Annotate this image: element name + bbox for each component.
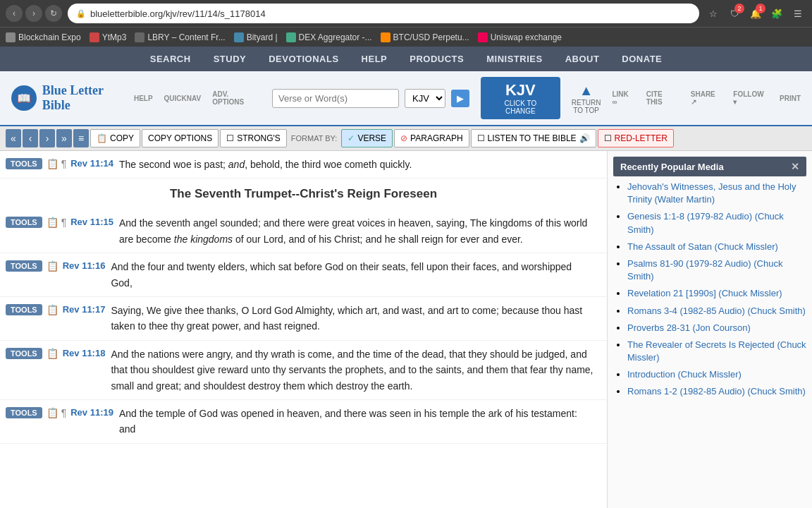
nav-about[interactable]: ABOUT <box>554 47 611 71</box>
list-item: Romans 1-2 (1982-85 Audio) (Chuck Smith) <box>627 385 806 398</box>
tools-button-1115[interactable]: TOOLS <box>6 217 42 228</box>
adv-options-tool[interactable]: ADV. OPTIONS <box>212 90 261 106</box>
tools-button-1114[interactable]: TOOLS <box>6 158 42 169</box>
bookmark-label: DEX Aggregator -... <box>299 32 372 42</box>
media-link[interactable]: Introduction (Chuck Missler) <box>627 369 742 380</box>
bookmark-lbry[interactable]: LBRY – Content Fr... <box>135 32 225 42</box>
verse-ref-1118[interactable]: Rev 11:18 <box>63 348 106 358</box>
link-label: LINK ∞ <box>612 90 634 106</box>
media-link[interactable]: Proverbs 28-31 (Jon Courson) <box>627 322 751 333</box>
kjv-badge[interactable]: KJV CLICK TO CHANGE <box>481 77 560 119</box>
media-link[interactable]: Psalms 81-90 (1979-82 Audio) (Chuck Smit… <box>627 258 782 282</box>
sidebar-close-button[interactable]: ✕ <box>791 161 799 172</box>
help-tool[interactable]: HELP <box>134 95 153 102</box>
media-link[interactable]: The Assault of Satan (Chuck Missler) <box>627 241 778 252</box>
bookmark-icon <box>286 32 296 42</box>
media-link[interactable]: Jehovah's Witnesses, Jesus and the Holy … <box>627 181 796 205</box>
media-link[interactable]: Romans 3-4 (1982-85 Audio) (Chuck Smith) <box>627 306 806 316</box>
strongs-button[interactable]: ☐ STRONG'S <box>220 129 287 147</box>
tools-button-1118[interactable]: TOOLS <box>6 348 42 359</box>
media-link[interactable]: Revelation 21 [1990s] (Chuck Missler) <box>627 288 782 298</box>
tools-button-1116[interactable]: TOOLS <box>6 260 42 272</box>
format-verse-button[interactable]: ✓ VERSE <box>341 129 393 147</box>
address-bar[interactable]: 🔒 blueletterbible.org/kjv/rev/11/14/s_11… <box>68 4 699 23</box>
search-go-button[interactable]: ▶ <box>451 90 469 107</box>
nav-devotionals[interactable]: DEVOTIONALS <box>257 47 350 71</box>
bookmark-icon <box>6 32 16 42</box>
blb-header-tools: HELP QUICKNAV ADV. OPTIONS KJV ▶ KJV CLI… <box>134 77 801 119</box>
bookmark-ytmp3[interactable]: YtMp3 <box>90 32 127 42</box>
verse-ref-1117[interactable]: Rev 11:17 <box>63 304 106 315</box>
strongs-checkbox-icon: ☐ <box>226 133 234 143</box>
back-button[interactable]: ‹ <box>6 5 23 22</box>
brave-shield-button[interactable]: 🛡 2 <box>726 5 743 22</box>
follow-tool[interactable]: FOLLOW ▾ <box>733 90 768 106</box>
link-tool[interactable]: LINK ∞ <box>612 90 634 106</box>
nav-prev-button[interactable]: ‹ <box>23 129 38 147</box>
share-tool[interactable]: SHARE ↗ <box>691 90 722 106</box>
bookmark-uniswap[interactable]: Uniswap exchange <box>478 32 562 42</box>
verse-text-1117: Saying, We give thee thanks, O Lord God … <box>111 303 596 334</box>
verse-ref-1119[interactable]: Rev 11:19 <box>70 407 113 418</box>
verse-ref-1116[interactable]: Rev 11:16 <box>63 260 106 271</box>
nav-list-button[interactable]: ≡ <box>73 129 89 147</box>
bookmark-star-button[interactable]: ☆ <box>705 5 722 22</box>
bookmark-dex[interactable]: DEX Aggregator -... <box>286 32 372 42</box>
format-paragraph-button[interactable]: ⊘ PARAGRAPH <box>394 129 469 147</box>
reload-button[interactable]: ↻ <box>45 5 62 22</box>
print-tool[interactable]: PRINT <box>780 95 801 102</box>
verse-icons-1115: 📋 ¶ <box>47 217 67 228</box>
copy-verse-icon[interactable]: 📋 <box>47 348 59 359</box>
search-input[interactable] <box>272 89 399 108</box>
verse-row: TOOLS 📋 Rev 11:18 And the nations were a… <box>0 341 607 400</box>
media-link[interactable]: Romans 1-2 (1982-85 Audio) (Chuck Smith) <box>627 386 806 397</box>
verse-icons-1116: 📋 <box>47 260 59 272</box>
speaker-icon: 🔊 <box>579 133 590 143</box>
cite-this-tool[interactable]: CITE THIS <box>646 90 679 106</box>
media-link[interactable]: Genesis 1:1-8 (1979-82 Audio) (Chuck Smi… <box>627 211 784 234</box>
copy-verse-icon[interactable]: 📋 <box>47 158 59 169</box>
copy-options-button[interactable]: COPY OPTIONS <box>142 129 219 147</box>
return-to-top-button[interactable]: ▲ RETURNTO TOP <box>572 83 601 114</box>
nav-donate[interactable]: DONATE <box>610 47 673 71</box>
nav-first-button[interactable]: « <box>6 129 21 147</box>
notifications-button[interactable]: 🔔 1 <box>747 5 764 22</box>
nav-next-button[interactable]: › <box>39 129 55 147</box>
nav-search[interactable]: SEARCH <box>139 47 202 71</box>
quicknav-tool[interactable]: QUICKNAV <box>164 95 202 102</box>
copy-verse-icon[interactable]: 📋 <box>47 260 59 272</box>
list-item: Romans 3-4 (1982-85 Audio) (Chuck Smith) <box>627 305 806 318</box>
red-letter-button[interactable]: ☐ RED-LETTER <box>598 129 674 147</box>
listen-bible-button[interactable]: ☐ LISTEN TO THE BIBLE 🔊 <box>471 129 596 147</box>
media-link[interactable]: The Revealer of Secrets Is Rejected (Chu… <box>627 339 806 363</box>
bookmark-bityard[interactable]: Bityard | <box>234 32 278 42</box>
blb-logo[interactable]: 📖 Blue Letter Bible <box>11 83 134 113</box>
copy-verse-icon[interactable]: 📋 <box>47 304 59 315</box>
menu-button[interactable]: ☰ <box>789 5 806 22</box>
return-top-label: RETURNTO TOP <box>572 99 601 114</box>
bookmark-icon <box>234 32 244 42</box>
forward-button[interactable]: › <box>25 5 42 22</box>
extensions-button[interactable]: 🧩 <box>768 5 785 22</box>
nav-products[interactable]: PRODUCTS <box>398 47 475 71</box>
version-select[interactable]: KJV <box>405 89 445 108</box>
verse-check-icon: ✓ <box>347 133 355 143</box>
copy-verse-icon[interactable]: 📋 <box>47 407 59 418</box>
paragraph-slash-icon: ⊘ <box>400 133 407 143</box>
verse-ref-1115[interactable]: Rev 11:15 <box>70 217 113 227</box>
nav-help[interactable]: HELP <box>350 47 399 71</box>
tools-button-1119[interactable]: TOOLS <box>6 407 42 418</box>
verse-row: TOOLS 📋 ¶ Rev 11:15 And the seventh ange… <box>0 210 607 253</box>
copy-button[interactable]: 📋 COPY <box>90 129 140 147</box>
bookmark-btc[interactable]: BTC/USD Perpetu... <box>381 32 469 42</box>
verse-ref-1114[interactable]: Rev 11:14 <box>70 158 113 169</box>
nav-ministries[interactable]: MINISTRIES <box>475 47 553 71</box>
browser-right-icons: ☆ 🛡 2 🔔 1 🧩 ☰ <box>705 5 806 22</box>
print-label: PRINT <box>780 95 801 102</box>
nav-last-button[interactable]: » <box>56 129 72 147</box>
bookmark-blockchain[interactable]: Blockchain Expo <box>6 32 81 42</box>
tools-button-1117[interactable]: TOOLS <box>6 304 42 315</box>
copy-verse-icon[interactable]: 📋 <box>47 217 59 228</box>
nav-study[interactable]: STUDY <box>202 47 258 71</box>
verse-row: TOOLS 📋 ¶ Rev 11:14 The second woe is pa… <box>0 151 607 179</box>
